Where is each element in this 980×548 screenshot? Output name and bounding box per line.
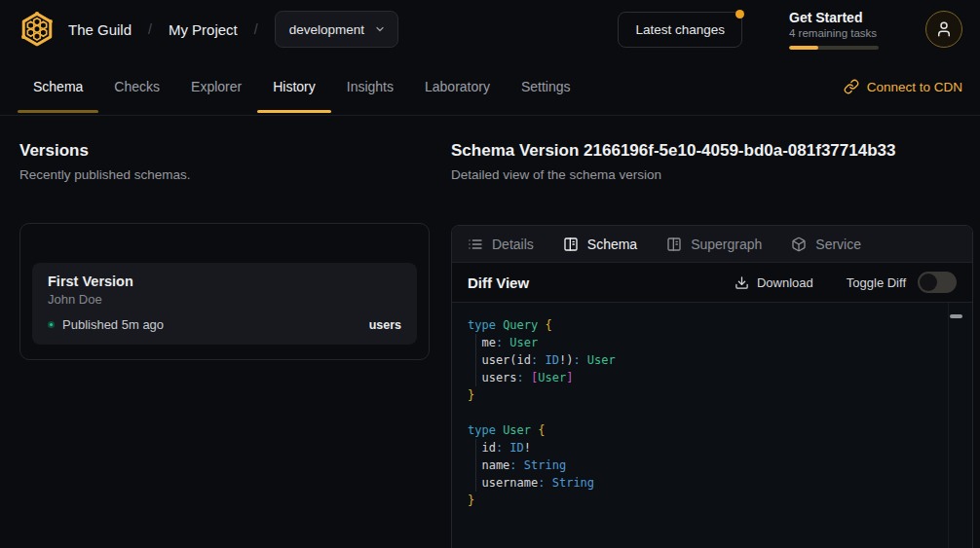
toggle-diff-label: Toggle Diff xyxy=(847,275,906,290)
version-title: First Version xyxy=(48,274,401,289)
version-list-item[interactable]: First Version John Doe Published 5m ago … xyxy=(32,263,417,345)
diff-actions: Download Toggle Diff xyxy=(735,272,957,293)
detail-tab-details[interactable]: Details xyxy=(468,237,534,252)
toggle-diff-switch[interactable] xyxy=(918,272,957,293)
tab-history[interactable]: History xyxy=(257,58,331,115)
version-detail-subtitle: Detailed view of the schema version xyxy=(451,167,973,182)
detail-tab-supergraph-label: Supergraph xyxy=(691,237,762,252)
version-detail-panel: Schema Version 2166196f-5e10-4059-bd0a-0… xyxy=(451,141,973,548)
scrollbar-thumb[interactable] xyxy=(950,314,962,318)
tab-history-label: History xyxy=(273,79,316,94)
code-line: } xyxy=(468,492,943,509)
tab-insights-label: Insights xyxy=(347,79,394,94)
target-selector-value: development xyxy=(289,22,364,37)
diff-toolbar: Diff View Download Toggle Diff xyxy=(452,263,972,303)
user-icon xyxy=(935,20,953,38)
detail-tab-service[interactable]: Service xyxy=(791,237,861,252)
schema-code-viewer[interactable]: type Query { me: User user(id: ID!): Use… xyxy=(452,303,972,548)
connect-to-cdn-label: Connect to CDN xyxy=(867,80,962,94)
diff-view-title: Diff View xyxy=(468,274,529,291)
tab-checks-label: Checks xyxy=(114,79,160,94)
code-line: username: String xyxy=(468,474,943,492)
target-selector-dropdown[interactable]: development xyxy=(275,11,398,48)
tab-settings-label: Settings xyxy=(521,79,571,94)
detail-tab-service-label: Service xyxy=(815,237,861,252)
list-icon xyxy=(468,237,483,252)
detail-tab-bar: Details Schema Sup xyxy=(452,226,972,263)
breadcrumb-separator: / xyxy=(148,21,152,37)
download-label: Download xyxy=(757,275,813,290)
target-nav-tabs: Schema Checks Explorer History Insights … xyxy=(0,58,980,116)
published-status-dot xyxy=(48,321,55,328)
latest-changes-button[interactable]: Latest changes xyxy=(618,12,742,48)
connect-to-cdn-button[interactable]: Connect to CDN xyxy=(844,58,962,115)
detail-tab-schema[interactable]: Schema xyxy=(563,237,637,252)
columns-icon xyxy=(666,237,682,252)
columns-icon xyxy=(563,237,579,252)
get-started-widget[interactable]: Get Started 4 remaining tasks xyxy=(789,10,879,50)
code-line: users: [User] xyxy=(468,369,943,386)
versions-title: Versions xyxy=(19,141,430,161)
code-line: } xyxy=(468,386,943,404)
scrollbar-track xyxy=(948,303,949,548)
versions-list-card: First Version John Doe Published 5m ago … xyxy=(19,223,430,360)
code-line: name: String xyxy=(468,457,943,474)
version-status-row: Published 5m ago users xyxy=(48,317,401,332)
tab-schema-label: Schema xyxy=(33,79,83,94)
detail-tab-schema-label: Schema xyxy=(587,237,637,252)
version-detail-card: Details Schema Sup xyxy=(451,225,973,548)
code-line: type User { xyxy=(468,421,943,439)
user-avatar-button[interactable] xyxy=(925,11,962,48)
code-line: user(id: ID!): User xyxy=(468,351,943,369)
tab-explorer-label: Explorer xyxy=(191,79,242,94)
breadcrumb-separator: / xyxy=(254,21,258,37)
versions-panel: Versions Recently published schemas. Fir… xyxy=(19,141,430,360)
box-icon xyxy=(791,237,807,252)
versions-subtitle: Recently published schemas. xyxy=(19,167,430,182)
download-icon xyxy=(735,275,749,290)
chevron-down-icon xyxy=(374,23,386,35)
link-icon xyxy=(844,79,859,94)
notification-dot xyxy=(735,10,744,18)
detail-tab-details-label: Details xyxy=(492,237,534,252)
tab-schema[interactable]: Schema xyxy=(18,58,98,115)
code-line: me: User xyxy=(468,334,943,351)
tab-settings[interactable]: Settings xyxy=(506,58,586,115)
get-started-title: Get Started xyxy=(789,10,879,25)
tab-insights[interactable]: Insights xyxy=(331,58,409,115)
code-line: id: ID! xyxy=(468,439,943,457)
download-button[interactable]: Download xyxy=(735,275,813,290)
latest-changes-label: Latest changes xyxy=(635,22,725,37)
breadcrumb: The Guild / My Project / xyxy=(68,21,258,38)
top-header: The Guild / My Project / development Lat… xyxy=(0,0,980,58)
get-started-subtitle: 4 remaining tasks xyxy=(789,27,879,39)
code-line: type Query { xyxy=(468,316,943,334)
breadcrumb-project[interactable]: My Project xyxy=(169,21,238,38)
published-status-text: Published 5m ago xyxy=(62,317,164,332)
tab-checks[interactable]: Checks xyxy=(98,58,175,115)
header-actions: Latest changes Get Started 4 remaining t… xyxy=(618,10,962,50)
tab-laboratory-label: Laboratory xyxy=(425,79,490,94)
breadcrumb-org[interactable]: The Guild xyxy=(68,21,132,38)
version-author: John Doe xyxy=(48,292,401,307)
get-started-progressbar xyxy=(789,46,879,50)
toggle-knob xyxy=(920,274,937,291)
detail-tab-supergraph[interactable]: Supergraph xyxy=(666,237,762,252)
get-started-progress-fill xyxy=(789,46,818,50)
code-line xyxy=(468,404,943,421)
hive-logo-icon[interactable] xyxy=(18,10,57,49)
code-lines: type Query { me: User user(id: ID!): Use… xyxy=(468,316,943,509)
tab-laboratory[interactable]: Laboratory xyxy=(409,58,506,115)
service-name-badge: users xyxy=(369,318,401,332)
version-detail-title: Schema Version 2166196f-5e10-4059-bd0a-0… xyxy=(451,141,973,161)
tab-explorer[interactable]: Explorer xyxy=(175,58,257,115)
